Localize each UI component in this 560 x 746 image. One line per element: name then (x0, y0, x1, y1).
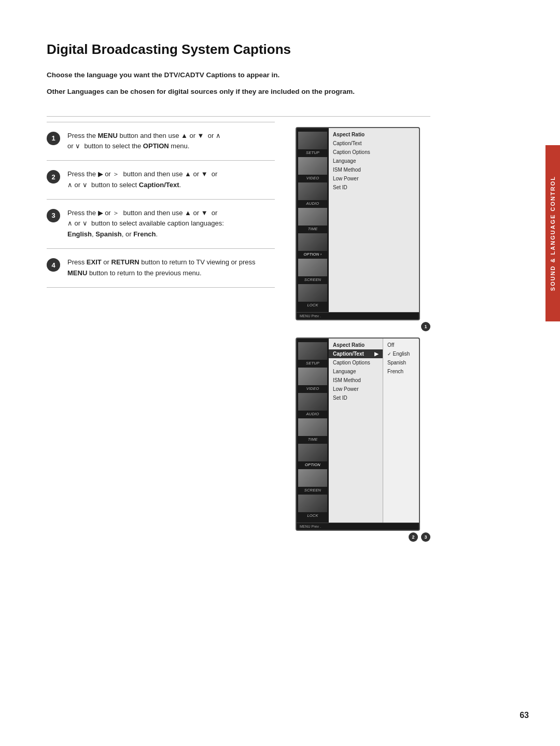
label-setup-2: SETUP (297, 360, 329, 367)
side-label-text: SOUND & LANGUAGE CONTROL (550, 176, 556, 291)
submenu-french: French (383, 367, 419, 376)
top-divider (47, 116, 430, 117)
badge-1: 1 (421, 322, 430, 331)
menu-item-caption-options-2: Caption Options (329, 358, 383, 367)
thumb-audio-2 (298, 393, 327, 411)
thumb-lock-2 (298, 495, 327, 512)
page-number: 63 (520, 711, 529, 720)
menu-item-language-1: Language (329, 157, 419, 165)
label-time: TIME (297, 226, 329, 233)
thumb-time (298, 208, 327, 226)
thumb-time-2 (298, 418, 327, 436)
step-1: 1 Press the MENU button and then use ▲ o… (47, 122, 275, 161)
submenu-english: English (383, 349, 419, 358)
page-container: Digital Broadcasting System Captions Cho… (0, 0, 477, 573)
steps-right: SETUP VIDEO AUDIO TIME OPTION › SCR (296, 122, 430, 542)
label-audio-2: AUDIO (297, 411, 329, 418)
menu-row-2: SETUP VIDEO AUDIO TIME OPTION SCREE (297, 339, 419, 523)
intro-text-1: Choose the language you want the DTV/CAD… (47, 70, 430, 80)
menu-screenshot-2: SETUP VIDEO AUDIO TIME OPTION SCREE (296, 337, 420, 531)
menu-footer-1: MENU Prev . (297, 312, 419, 319)
label-lock: LOCK (297, 302, 329, 309)
menu-item-setid-1: Set ID (329, 183, 419, 192)
label-screen: SCREEN (297, 277, 329, 284)
badge-row-1: 1 (296, 322, 430, 331)
thumb-lock (298, 284, 327, 302)
label-video: VIDEO (297, 175, 329, 182)
step-3: 3 Press the ▶ or ＞ button and then use ▲… (47, 199, 275, 248)
thumb-screen-2 (298, 469, 327, 487)
menu-item-ism-1: ISM Method (329, 165, 419, 174)
menu-item-lowpower-1: Low Power (329, 174, 419, 183)
step-3-text: Press the ▶ or ＞ button and then use ▲ o… (67, 208, 224, 240)
menu-content-1: Aspect Ratio Caption/Text Caption Option… (329, 128, 419, 312)
menu-item-setid-2: Set ID (329, 393, 383, 402)
thumb-setup (298, 132, 327, 149)
thumb-audio (298, 182, 327, 200)
submenu-off: Off (383, 341, 419, 349)
steps-section: 1 Press the MENU button and then use ▲ o… (47, 122, 430, 542)
thumb-video (298, 157, 327, 175)
menu-item-caption-text-1: Caption/Text (329, 139, 419, 148)
submenu-panel: Off English Spanish French (383, 339, 419, 523)
menu-row-1: SETUP VIDEO AUDIO TIME OPTION › SCR (297, 128, 419, 312)
step-2: 2 Press the ▶ or ＞ button and then use ▲… (47, 160, 275, 199)
label-option: OPTION › (297, 251, 329, 258)
thumb-setup-2 (298, 342, 327, 360)
label-time-2: TIME (297, 437, 329, 443)
label-screen-2: SCREEN (297, 487, 329, 494)
thumb-option-2 (298, 444, 327, 461)
step-4-text: Press EXIT or RETURN button to return to… (67, 257, 275, 279)
menu-content-2: Aspect Ratio Caption/Text ▶ Caption Opti… (329, 339, 383, 523)
step-4: 4 Press EXIT or RETURN button to return … (47, 248, 275, 288)
submenu-spanish: Spanish (383, 358, 419, 367)
menu-item-caption-options-1: Caption Options (329, 148, 419, 157)
label-lock-2: LOCK (297, 513, 329, 519)
step-2-text: Press the ▶ or ＞ button and then use ▲ o… (67, 169, 217, 191)
menu-item-lowpower-2: Low Power (329, 385, 383, 393)
menu-sidebar-1: SETUP VIDEO AUDIO TIME OPTION › SCR (297, 128, 329, 312)
menu-item-language-2: Language (329, 367, 383, 376)
label-setup: SETUP (297, 150, 329, 157)
menu-content-with-sub: Aspect Ratio Caption/Text ▶ Caption Opti… (329, 339, 419, 523)
label-option-2: OPTION (297, 462, 329, 469)
steps-left: 1 Press the MENU button and then use ▲ o… (47, 122, 275, 542)
badge-2: 2 (409, 532, 418, 542)
menu-screenshot-2-wrapper: SETUP VIDEO AUDIO TIME OPTION SCREE (296, 337, 430, 542)
step-4-circle: 4 (47, 258, 60, 272)
side-label: SOUND & LANGUAGE CONTROL (545, 145, 560, 321)
badge-row-2: 2 3 (296, 532, 430, 542)
label-audio: AUDIO (297, 201, 329, 207)
thumb-screen (298, 259, 327, 276)
thumb-option (298, 233, 327, 251)
intro-text-2: Other Languages can be chosen for digita… (47, 87, 430, 97)
menu-screenshot-1: SETUP VIDEO AUDIO TIME OPTION › SCR (296, 127, 420, 320)
page-title: Digital Broadcasting System Captions (47, 41, 430, 58)
menu-screenshot-1-wrapper: SETUP VIDEO AUDIO TIME OPTION › SCR (296, 127, 430, 331)
step-2-circle: 2 (47, 170, 60, 184)
step-1-circle: 1 (47, 132, 60, 145)
menu-item-ism-2: ISM Method (329, 376, 383, 385)
label-video-2: VIDEO (297, 386, 329, 392)
menu-footer-2: MENU Prev . (297, 523, 419, 530)
menu-item-aspect-ratio-1: Aspect Ratio (329, 130, 419, 139)
step-3-circle: 3 (47, 209, 60, 222)
menu-sidebar-2: SETUP VIDEO AUDIO TIME OPTION SCREE (297, 339, 329, 523)
badge-3: 3 (421, 532, 430, 542)
thumb-video-2 (298, 368, 327, 385)
step-1-text: Press the MENU button and then use ▲ or … (67, 131, 221, 152)
menu-item-aspect-ratio-2: Aspect Ratio (329, 341, 383, 349)
menu-item-caption-text-2: Caption/Text ▶ (329, 349, 383, 358)
